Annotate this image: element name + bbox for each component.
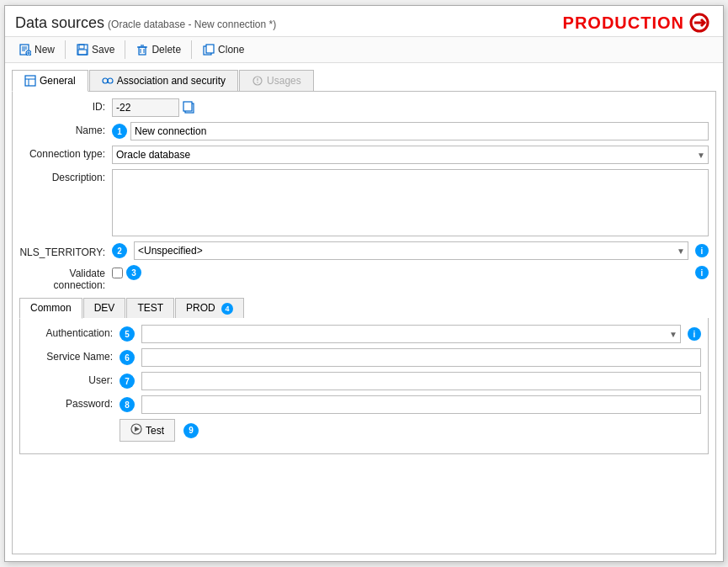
- step-badge-7: 7: [120, 374, 135, 389]
- test-label: Test: [146, 425, 164, 437]
- step-badge-5: 5: [120, 326, 135, 342]
- svg-point-23: [108, 78, 113, 83]
- name-value-area: 1: [112, 122, 709, 140]
- save-button[interactable]: Save: [69, 40, 121, 59]
- validate-value-area: 3 i: [112, 265, 709, 280]
- svg-point-22: [103, 78, 108, 83]
- user-row: User: 7: [27, 372, 701, 390]
- test-play-icon: [130, 423, 142, 437]
- nls-row: NLS_TERRITORY: 2 <Unspecified> ▼ i: [19, 241, 709, 260]
- connection-type-value-area: Oracle database ▼: [112, 146, 709, 164]
- validate-checkbox-row: 3: [112, 265, 141, 280]
- tab-general[interactable]: General: [12, 70, 88, 92]
- title-bar: Data sources (Oracle database - New conn…: [5, 6, 723, 37]
- password-value-area: 8: [120, 395, 701, 414]
- nls-info-icon[interactable]: i: [695, 244, 709, 257]
- connection-type-label: Connection type:: [19, 146, 112, 160]
- tab-association[interactable]: Association and security: [89, 70, 238, 91]
- validate-checkbox[interactable]: [112, 268, 123, 278]
- svg-rect-28: [183, 102, 192, 111]
- clone-button[interactable]: Clone: [195, 40, 251, 59]
- svg-rect-18: [206, 45, 214, 53]
- svg-point-26: [257, 82, 258, 83]
- new-icon: [19, 43, 32, 56]
- auth-row: Authentication: 5 ▼ i: [27, 325, 701, 343]
- separator-2: [125, 40, 125, 59]
- clone-label: Clone: [218, 44, 244, 56]
- brand-logo: PRODUCTION: [563, 13, 713, 33]
- inner-tab-dev-label: DEV: [94, 302, 115, 314]
- description-row: Description:: [19, 169, 709, 236]
- inner-tab-test-label: TEST: [137, 302, 163, 314]
- step-badge-8: 8: [120, 397, 135, 412]
- id-input[interactable]: [112, 98, 179, 117]
- step-badge-9: 9: [183, 423, 199, 438]
- delete-button[interactable]: Delete: [129, 40, 188, 59]
- step-badge-3: 3: [126, 265, 141, 280]
- test-row: Test 9: [27, 419, 701, 442]
- inner-tab-dev[interactable]: DEV: [83, 298, 126, 318]
- association-tab-icon: [102, 75, 114, 87]
- tab-association-label: Association and security: [117, 75, 226, 87]
- main-window: Data sources (Oracle database - New conn…: [4, 5, 724, 562]
- new-button[interactable]: New: [12, 40, 61, 59]
- validate-info-icon[interactable]: i: [695, 266, 709, 279]
- test-button[interactable]: Test: [120, 419, 175, 442]
- svg-marker-30: [135, 427, 140, 432]
- general-tab-panel: ID: Name: 1: [12, 92, 716, 554]
- user-input[interactable]: [141, 372, 701, 390]
- description-input[interactable]: [112, 169, 709, 236]
- description-label: Description:: [19, 169, 112, 183]
- page-subtitle: (Oracle database - New connection *): [108, 19, 276, 30]
- tab-usages[interactable]: Usages: [239, 70, 314, 91]
- step-badge-4: 4: [221, 303, 233, 315]
- nls-label: NLS_TERRITORY:: [19, 244, 112, 258]
- step-badge-6: 6: [120, 350, 135, 365]
- clone-icon: [202, 43, 215, 56]
- separator-1: [65, 40, 66, 59]
- step-badge-1: 1: [112, 124, 127, 139]
- user-label: User:: [27, 372, 120, 386]
- auth-select[interactable]: [141, 325, 681, 343]
- connection-type-select[interactable]: Oracle database: [112, 146, 709, 164]
- inner-tabs-header: Common DEV TEST PROD 4: [19, 298, 709, 318]
- service-name-input[interactable]: [141, 348, 701, 367]
- tab-general-label: General: [40, 75, 76, 87]
- nls-value-area: 2 <Unspecified> ▼ i: [112, 241, 709, 260]
- separator-3: [191, 40, 192, 59]
- inner-tab-prod-label: PROD: [186, 302, 215, 314]
- name-label: Name:: [19, 122, 112, 136]
- service-name-label: Service Name:: [27, 348, 120, 363]
- usages-tab-icon: [252, 75, 263, 87]
- validate-row: Validate connection: 3 i: [19, 265, 709, 291]
- nls-select[interactable]: <Unspecified>: [134, 241, 688, 260]
- save-icon: [76, 43, 89, 56]
- step-badge-2: 2: [112, 243, 127, 258]
- svg-rect-19: [25, 76, 35, 86]
- inner-tab-prod[interactable]: PROD 4: [175, 298, 244, 318]
- auth-info-icon[interactable]: i: [688, 327, 701, 341]
- svg-rect-10: [79, 45, 84, 49]
- service-name-row: Service Name: 6: [27, 348, 701, 367]
- inner-tab-common[interactable]: Common: [19, 298, 82, 319]
- name-row: Name: 1: [19, 122, 709, 140]
- connection-type-select-wrapper: Oracle database ▼: [112, 146, 709, 164]
- password-input[interactable]: [141, 395, 701, 414]
- svg-rect-11: [78, 50, 87, 55]
- auth-label: Authentication:: [27, 325, 120, 339]
- save-label: Save: [92, 44, 114, 56]
- nls-select-wrapper: <Unspecified> ▼: [134, 241, 688, 260]
- delete-label: Delete: [151, 44, 181, 56]
- page-title: Data sources: [15, 14, 104, 32]
- auth-select-wrapper: ▼: [141, 325, 681, 343]
- svg-rect-12: [139, 47, 146, 55]
- auth-value-area: 5 ▼ i: [120, 325, 701, 343]
- inner-tab-test[interactable]: TEST: [126, 298, 174, 318]
- password-row: Password: 8: [27, 395, 701, 414]
- copy-icon[interactable]: [183, 100, 196, 116]
- delete-icon: [136, 43, 149, 56]
- description-value-area: [112, 169, 709, 236]
- name-input[interactable]: [130, 122, 709, 140]
- general-tab-icon: [24, 75, 36, 87]
- validate-label: Validate connection:: [19, 265, 112, 291]
